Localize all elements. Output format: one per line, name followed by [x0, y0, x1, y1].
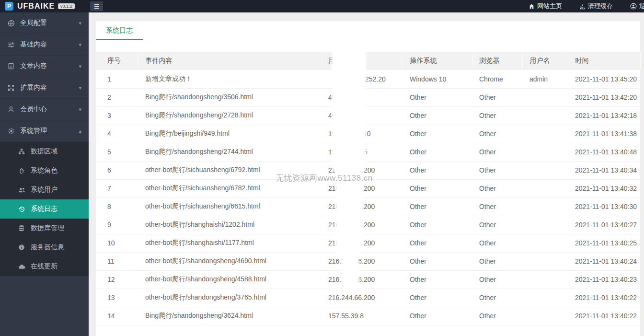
nav-clear-cache[interactable]: 清理缓存: [579, 2, 613, 11]
cell-no: 14: [96, 307, 138, 325]
cell-os: Other: [402, 88, 472, 106]
sidebar-subitem[interactable]: 数据区域: [0, 142, 89, 161]
cell-username: [522, 234, 568, 252]
sliders-icon: [7, 41, 15, 48]
globe-icon: [7, 19, 15, 27]
cell-time: 2021-11-01 13:40:27: [568, 216, 640, 234]
cell-browser: Other: [472, 216, 522, 234]
logo[interactable]: P UFBAIKE v3.1.2: [0, 2, 89, 11]
nav-logout[interactable]: 退出: [630, 2, 644, 11]
sidebar-item[interactable]: 基础内容▾: [0, 34, 89, 56]
chevron-down-icon: ▾: [79, 106, 81, 113]
cell-time: 2021-11-01 13:40:34: [568, 161, 640, 179]
cell-no: 11: [96, 252, 138, 270]
cell-no: 3: [96, 106, 138, 125]
watermark: 无忧资源网www.51138.cn: [276, 173, 373, 184]
column-header: 时间: [568, 52, 640, 70]
sidebar-subitem[interactable]: 系统角色: [0, 161, 89, 180]
cell-browser: Other: [472, 197, 522, 216]
chevron-up-icon: ▴: [79, 128, 81, 134]
cell-username: [522, 289, 568, 307]
cell-username: [522, 197, 568, 216]
cell-os: Other: [402, 161, 472, 179]
cell-username: [522, 307, 568, 325]
sidebar-subitem[interactable]: 系统用户: [0, 180, 89, 199]
sidebar-item[interactable]: 扩展内容▾: [0, 77, 89, 99]
history-icon: [18, 205, 25, 213]
cell-os: Windows 10: [402, 70, 472, 88]
cell-event: Bing爬行/shandongsheng/2744.html: [138, 143, 321, 161]
column-header: 浏览器: [472, 52, 522, 70]
cell-time: 2021-11-01 13:40:25: [568, 234, 640, 252]
cell-no: 7: [96, 179, 138, 197]
nav-site-home[interactable]: 网站主页: [529, 2, 562, 11]
cell-os: Other: [402, 197, 472, 216]
cell-os: Other: [402, 143, 472, 161]
cell-time: 2021-11-01 13:41:38: [568, 125, 640, 143]
sidebar-item[interactable]: 文章内容▾: [0, 56, 89, 77]
table-row: 10other-bot爬行/shanghaishi/1177.html216.2…: [96, 234, 640, 252]
cell-username: admin: [522, 70, 568, 88]
cell-os: Other: [402, 179, 472, 197]
cell-event: Bing爬行/beijingshi/949.html: [138, 125, 321, 143]
sitemap-icon: [18, 148, 25, 155]
hamburger-menu-icon[interactable]: ☰: [90, 1, 103, 11]
version-badge: v3.1.2: [58, 3, 75, 9]
sidebar-submenu: 数据区域系统角色系统用户系统日志数据库管理服务器信息在线更新: [0, 142, 89, 276]
sidebar-subitem[interactable]: 服务器信息: [0, 238, 89, 257]
cell-username: [522, 270, 568, 289]
cell-browser: Other: [472, 143, 522, 161]
table-row: 13other-bot爬行/shandongsheng/3765.html216…: [96, 289, 640, 307]
cell-event: 新增文章成功！: [138, 70, 321, 88]
cell-browser: Chrome: [472, 70, 522, 88]
cell-browser: Other: [472, 179, 522, 197]
app-title: UFBAIKE: [17, 2, 55, 11]
sidebar-item[interactable]: 会员中心▾: [0, 99, 89, 120]
cell-username: [522, 252, 568, 270]
cell-time: 2021-11-01 13:42:18: [568, 106, 640, 125]
cell-username: [522, 143, 568, 161]
table-row: 5Bing爬行/shandongsheng/2744.html157.55.39…: [96, 143, 640, 161]
cell-time: 2021-11-01 13:40:48: [568, 143, 640, 161]
tab-system-log[interactable]: 系统日志: [96, 21, 143, 40]
sidebar-subitem[interactable]: 数据库管理: [0, 219, 89, 238]
users-icon: [18, 186, 25, 194]
cell-username: [522, 161, 568, 179]
cell-event: Bing爬行/shandongsheng/2728.html: [138, 106, 321, 125]
cell-no: 5: [96, 143, 138, 161]
cell-no: 12: [96, 270, 138, 289]
cell-os: Other: [402, 270, 472, 289]
cell-event: other-bot爬行/shanghaishi/1202.html: [138, 216, 321, 234]
chevron-down-icon: ▾: [79, 42, 81, 48]
chevron-down-icon: ▾: [79, 20, 81, 26]
cell-no: 13: [96, 289, 138, 307]
cell-event: other-bot爬行/shandongsheng/3765.html: [138, 289, 321, 307]
table-row: 14Bing爬行/shandongsheng/3624.html157.55.3…: [96, 307, 640, 325]
user-icon: [7, 105, 15, 113]
chevron-down-icon: ▾: [79, 63, 81, 70]
cell-time: 2021-11-01 13:40:24: [568, 252, 640, 270]
censor-blur: [341, 255, 359, 293]
cell-browser: Other: [472, 125, 522, 143]
cell-no: 9: [96, 216, 138, 234]
sidebar-subitem[interactable]: 在线更新: [0, 257, 89, 276]
column-header: 用户名: [522, 52, 568, 70]
sidebar-item[interactable]: 全局配置▾: [0, 12, 89, 34]
cell-no: 6: [96, 161, 138, 179]
sidebar-item[interactable]: 系统管理▴: [0, 120, 89, 142]
sidebar: 全局配置▾基础内容▾文章内容▾扩展内容▾会员中心▾系统管理▴数据区域系统角色系统…: [0, 12, 89, 336]
cell-time: 2021-11-01 13:45:20: [568, 70, 640, 88]
cell-username: [522, 88, 568, 106]
table-row: 12other-bot爬行/shandongsheng/4588.html216…: [96, 270, 640, 289]
cell-os: Other: [402, 307, 472, 325]
cell-ip: 216.244.66.200: [321, 289, 402, 307]
table-row: 3Bing爬行/shandongsheng/2728.html40.77.167…: [96, 106, 640, 125]
hand-icon: [18, 167, 25, 174]
table-row: 4Bing爬行/beijingshi/949.html157.55.39.110…: [96, 125, 640, 143]
cell-time: 2021-11-01 13:40:32: [568, 179, 640, 197]
cell-time: 2021-11-01 13:40:30: [568, 197, 640, 216]
sidebar-subitem[interactable]: 系统日志: [0, 199, 89, 219]
header-nav: 网站主页 清理缓存 退出: [529, 0, 644, 12]
cell-browser: Other: [472, 252, 522, 270]
document-icon: [7, 62, 15, 70]
